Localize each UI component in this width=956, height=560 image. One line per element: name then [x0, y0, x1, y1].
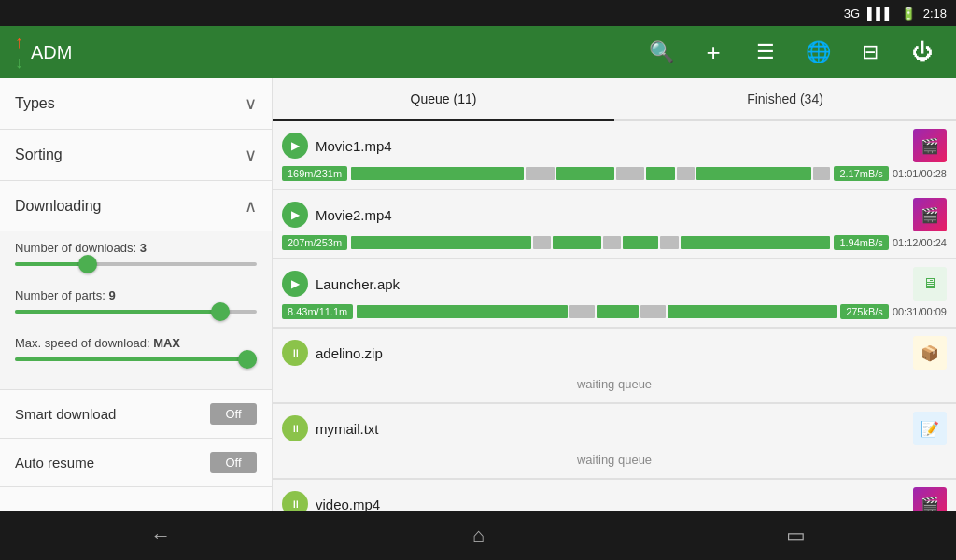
file-name: Launcher.apk	[316, 276, 906, 292]
types-chevron-icon: ∨	[245, 93, 257, 114]
downloading-header[interactable]: Downloading ∧	[0, 181, 272, 231]
max-speed-thumb[interactable]	[238, 350, 257, 369]
file-name: adelino.zip	[316, 345, 906, 361]
tab-queue[interactable]: Queue (11)	[273, 78, 614, 119]
add-button[interactable]: +	[695, 34, 732, 71]
app-logo: ↑ ↓ ADM	[15, 33, 72, 73]
right-panel: Queue (11) Finished (34) ▶ Movie1.mp4 🎬 …	[273, 78, 956, 511]
sorting-section: Sorting ∨	[0, 130, 272, 181]
max-speed-label: Max. speed of download: MAX	[15, 336, 257, 350]
seg3	[556, 167, 614, 180]
download-time: 00:31/00:09	[893, 306, 947, 317]
sorting-label: Sorting	[15, 147, 63, 163]
txt-thumb-icon: 📝	[913, 412, 947, 445]
auto-resume-label: Auto resume	[15, 455, 94, 470]
seg4	[640, 305, 666, 318]
seg7	[696, 167, 811, 180]
item-header: ⏸ mymail.txt 📝	[282, 412, 947, 445]
auto-resume-toggle[interactable]: Off	[210, 452, 257, 473]
types-header[interactable]: Types ∨	[0, 78, 272, 129]
download-time: 01:01/00:28	[893, 168, 947, 179]
search-button[interactable]: 🔍	[642, 34, 680, 71]
seg5	[646, 167, 675, 180]
download-speed: 2.17mB/s	[834, 166, 888, 181]
smart-download-toggle[interactable]: Off	[210, 403, 257, 425]
app-title: ADM	[31, 42, 72, 63]
num-parts-fill	[15, 310, 220, 314]
seg2	[569, 305, 595, 318]
num-parts-setting: Number of parts: 9	[15, 279, 257, 327]
num-downloads-fill	[15, 262, 88, 266]
download-time: 01:12/00:24	[893, 237, 947, 248]
num-downloads-thumb[interactable]	[78, 255, 97, 273]
power-button[interactable]: ⏻	[904, 34, 941, 71]
sorting-header[interactable]: Sorting ∨	[0, 130, 272, 180]
progress-area: 8.43m/11.1m 275kB/s 00:31/00:09	[282, 304, 947, 319]
num-downloads-label: Number of downloads: 3	[15, 241, 257, 255]
file-thumbnail: 🖥	[913, 267, 947, 301]
file-thumbnail: 📦	[913, 336, 947, 370]
signal-icon: ▌▌▌	[867, 7, 893, 21]
num-downloads-setting: Number of downloads: 3	[15, 231, 257, 279]
toolbar: ↑ ↓ ADM 🔍 + ☰ 🌐 ⊟ ⏻	[0, 26, 956, 78]
item-header: ▶ Movie1.mp4 🎬	[282, 129, 947, 162]
zip-thumb-icon: 📦	[913, 336, 947, 370]
pause-button[interactable]: ⏸	[282, 415, 308, 441]
num-parts-thumb[interactable]	[211, 302, 230, 321]
video-thumb-icon: 🎬	[913, 487, 947, 511]
tab-finished[interactable]: Finished (34)	[614, 78, 956, 119]
file-thumbnail: 🎬	[913, 487, 947, 511]
battery-icon: 🔋	[901, 7, 916, 21]
pause-button[interactable]: ⏸	[282, 491, 308, 511]
progress-area: 207m/253m 1.94mB/s 01:12/00:24	[282, 235, 947, 250]
max-speed-slider[interactable]	[15, 357, 257, 361]
globe-button[interactable]: 🌐	[799, 34, 836, 71]
auto-resume-row: Auto resume Off	[0, 439, 272, 487]
tab-bar: Queue (11) Finished (34)	[273, 78, 956, 121]
smart-download-label: Smart download	[15, 406, 116, 422]
progress-segments	[351, 236, 830, 249]
list-item: ▶ Launcher.apk 🖥 8.43m/11.1m 2	[273, 259, 956, 327]
seg3	[597, 305, 639, 318]
arrow-down-icon: ↓	[15, 53, 23, 73]
waiting-status: waiting queue	[282, 373, 947, 395]
play-button[interactable]: ▶	[282, 202, 308, 228]
max-speed-value: MAX	[153, 336, 180, 350]
downloading-section: Downloading ∧ Number of downloads: 3	[0, 181, 272, 390]
seg4	[616, 167, 645, 180]
smart-download-row: Smart download Off	[0, 390, 272, 439]
apk-thumb-icon: 🖥	[913, 267, 947, 301]
status-bar: 3G ▌▌▌ 🔋 2:18	[0, 0, 956, 26]
file-thumbnail: 🎬	[913, 129, 947, 162]
back-button[interactable]: ←	[122, 516, 199, 555]
equalizer-button[interactable]: ⊟	[851, 34, 889, 71]
pause-button[interactable]: ⏸	[282, 340, 308, 366]
downloading-expanded: Number of downloads: 3 Number of parts: …	[0, 231, 272, 389]
file-name: Movie2.mp4	[316, 207, 906, 223]
types-label: Types	[15, 95, 55, 112]
downloading-label: Downloading	[15, 198, 102, 215]
file-size: 8.43m/11.1m	[282, 304, 353, 319]
file-size: 207m/253m	[282, 235, 347, 250]
progress-area: 169m/231m 2.17mB/s 01:01/00:28	[282, 166, 947, 181]
seg5	[623, 236, 659, 249]
play-button[interactable]: ▶	[282, 133, 308, 159]
play-button[interactable]: ▶	[282, 271, 308, 297]
logo-arrows: ↑ ↓	[15, 33, 23, 73]
download-speed: 1.94mB/s	[834, 235, 888, 250]
item-header: ⏸ adelino.zip 📦	[282, 336, 947, 370]
num-downloads-slider[interactable]	[15, 262, 257, 266]
seg1	[351, 167, 524, 180]
seg4	[603, 236, 621, 249]
home-button[interactable]: ⌂	[444, 516, 513, 555]
progress-segments	[351, 167, 830, 180]
downloading-chevron-icon: ∧	[245, 196, 257, 217]
recents-button[interactable]: ▭	[758, 516, 834, 555]
download-list: ▶ Movie1.mp4 🎬 169m/231m	[273, 121, 956, 511]
num-parts-slider[interactable]	[15, 310, 257, 314]
bottom-nav: ← ⌂ ▭	[0, 511, 956, 560]
progress-segments	[357, 305, 836, 318]
seg6	[660, 236, 678, 249]
menu-button[interactable]: ☰	[747, 34, 784, 71]
clock: 2:18	[923, 7, 947, 21]
